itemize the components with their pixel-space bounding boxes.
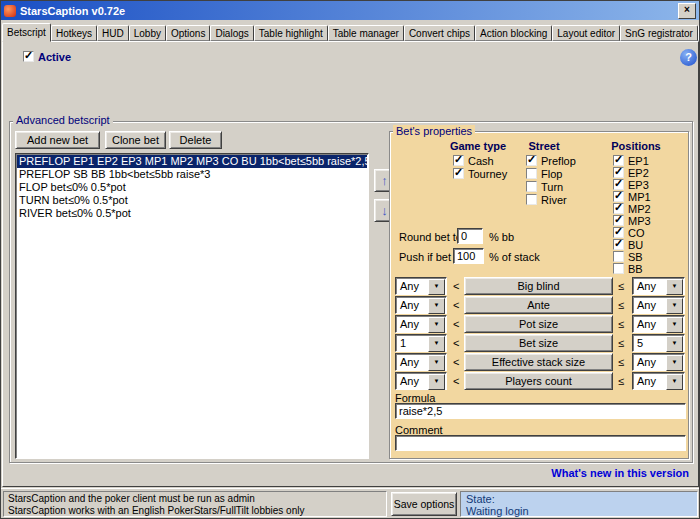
chevron-down-icon[interactable]: ▼	[666, 355, 683, 371]
tab-betscript[interactable]: Betscript	[2, 23, 51, 42]
advanced-betscript-label: Advanced betscript	[13, 114, 113, 126]
checkbox-river[interactable]: River	[526, 193, 567, 206]
chevron-down-icon[interactable]: ▼	[666, 298, 683, 314]
players-count-max-combo[interactable]: Any ▼	[632, 372, 685, 390]
checkbox-bu-box	[613, 239, 624, 250]
checkbox-bb-box	[613, 263, 624, 274]
pot-size-max-value: Any	[637, 318, 656, 330]
positions-header: Positions	[599, 140, 673, 152]
comment-input[interactable]	[395, 435, 686, 451]
checkbox-flop-box	[526, 168, 537, 179]
round-bet-label: Round bet to	[399, 231, 462, 243]
less-than-symbol: <	[453, 356, 459, 368]
chevron-down-icon[interactable]: ▼	[666, 317, 683, 333]
help-icon[interactable]: ?	[680, 49, 697, 66]
less-equal-symbol: ≤	[618, 280, 624, 292]
tab-dialogs[interactable]: Dialogs	[210, 25, 253, 41]
tab-options[interactable]: Options	[166, 25, 210, 41]
players-count-min-combo[interactable]: Any ▼	[395, 372, 447, 390]
add-new-bet-button[interactable]: Add new bet	[15, 131, 100, 149]
list-item[interactable]: PREFLOP SB BB 1bb<bet≤5bb raise*3	[17, 168, 367, 181]
up-arrow-icon: ↑	[381, 173, 388, 188]
ante-max-combo[interactable]: Any ▼	[632, 296, 685, 314]
bet-size-range-button[interactable]: Bet size	[464, 334, 613, 352]
clone-bet-button[interactable]: Clone bet	[105, 131, 166, 149]
betscript-list[interactable]: PREFLOP EP1 EP2 EP3 MP1 MP2 MP3 CO BU 1b…	[15, 153, 369, 459]
tab-hud[interactable]: HUD	[97, 25, 129, 41]
less-equal-symbol: ≤	[618, 318, 624, 330]
tab-layout-editor[interactable]: Layout editor	[552, 25, 620, 41]
checkbox-bb[interactable]: BB	[613, 262, 643, 275]
checkbox-river-label: River	[541, 194, 567, 206]
active-checkbox-box	[23, 51, 34, 62]
tab-convert-chips[interactable]: Convert chips	[404, 25, 475, 41]
bet-size-min-combo[interactable]: 1 ▼	[395, 334, 447, 352]
chevron-down-icon[interactable]: ▼	[428, 317, 445, 333]
round-bet-input[interactable]	[457, 228, 483, 244]
help-icon-glyph: ?	[685, 51, 692, 63]
chevron-down-icon[interactable]: ▼	[666, 336, 683, 352]
tab-action-blocking[interactable]: Action blocking	[475, 25, 552, 41]
game-type-header: Game type	[439, 140, 517, 152]
push-if-bet-input[interactable]	[453, 248, 484, 264]
delete-button[interactable]: Delete	[169, 131, 222, 149]
tab-hotkeys[interactable]: Hotkeys	[51, 25, 97, 41]
tab-lobby[interactable]: Lobby	[129, 25, 166, 41]
formula-input[interactable]	[395, 403, 686, 419]
list-item[interactable]: TURN bet≤0% 0.5*pot	[17, 194, 367, 207]
tab-table-manager[interactable]: Table manager	[328, 25, 404, 41]
checkbox-mp2-label: MP2	[628, 203, 651, 215]
round-bet-suffix: % bb	[489, 231, 514, 243]
app-icon	[4, 5, 16, 17]
checkbox-turn-box	[526, 181, 537, 192]
chevron-down-icon[interactable]: ▼	[428, 336, 445, 352]
less-equal-symbol: ≤	[618, 375, 624, 387]
close-button[interactable]: ×	[678, 3, 696, 19]
effective-stack-max-combo[interactable]: Any ▼	[632, 353, 685, 371]
status-line-1: StarsCaption and the poker client must b…	[8, 493, 255, 504]
bet-size-max-value: 5	[637, 337, 643, 349]
save-options-button[interactable]: Save options	[391, 492, 457, 516]
checkbox-flop[interactable]: Flop	[526, 167, 562, 180]
checkbox-turn[interactable]: Turn	[526, 180, 563, 193]
effective-stack-min-combo[interactable]: Any ▼	[395, 353, 447, 371]
ante-range-button[interactable]: Ante	[464, 296, 613, 314]
whats-new-link[interactable]: What's new in this version	[421, 467, 689, 479]
tab-sng-registrator[interactable]: SnG registrator	[620, 25, 698, 41]
big-blind-max-combo[interactable]: Any ▼	[632, 277, 685, 295]
list-item[interactable]: PREFLOP EP1 EP2 EP3 MP1 MP2 MP3 CO BU 1b…	[17, 155, 367, 168]
ante-min-combo[interactable]: Any ▼	[395, 296, 447, 314]
checkbox-cash-label: Cash	[468, 155, 494, 167]
less-equal-symbol: ≤	[618, 299, 624, 311]
checkbox-tourney[interactable]: Tourney	[453, 167, 507, 180]
bet-size-max-combo[interactable]: 5 ▼	[632, 334, 685, 352]
active-checkbox[interactable]: Active	[23, 50, 71, 63]
list-item[interactable]: RIVER bet≤0% 0.5*pot	[17, 207, 367, 220]
chevron-down-icon[interactable]: ▼	[428, 298, 445, 314]
big-blind-range-button[interactable]: Big blind	[464, 277, 613, 295]
checkbox-preflop[interactable]: Preflop	[526, 154, 576, 167]
pot-size-min-combo[interactable]: Any ▼	[395, 315, 447, 333]
checkbox-sb-box	[613, 251, 624, 262]
players-count-range-button[interactable]: Players count	[464, 372, 613, 390]
checkbox-preflop-box	[526, 155, 537, 166]
pot-size-max-combo[interactable]: Any ▼	[632, 315, 685, 333]
tab-table-highlight[interactable]: Table highlight	[254, 25, 328, 41]
effective-stack-min-value: Any	[400, 356, 419, 368]
close-icon: ×	[684, 4, 690, 15]
chevron-down-icon[interactable]: ▼	[428, 279, 445, 295]
chevron-down-icon[interactable]: ▼	[428, 355, 445, 371]
chevron-down-icon[interactable]: ▼	[666, 279, 683, 295]
effective-stack-range-button[interactable]: Effective stack size	[464, 353, 613, 371]
effective-stack-max-value: Any	[637, 356, 656, 368]
checkbox-cash-box	[453, 155, 464, 166]
chevron-down-icon[interactable]: ▼	[666, 374, 683, 390]
checkbox-ep1-label: EP1	[628, 155, 649, 167]
push-if-bet-suffix: % of stack	[489, 251, 540, 263]
big-blind-min-combo[interactable]: Any ▼	[395, 277, 447, 295]
checkbox-mp1-label: MP1	[628, 191, 651, 203]
chevron-down-icon[interactable]: ▼	[428, 374, 445, 390]
list-item[interactable]: FLOP bet≤0% 0.5*pot	[17, 181, 367, 194]
pot-size-range-button[interactable]: Pot size	[464, 315, 613, 333]
tab-bar: Betscript Hotkeys HUD Lobby Options Dial…	[2, 22, 699, 41]
